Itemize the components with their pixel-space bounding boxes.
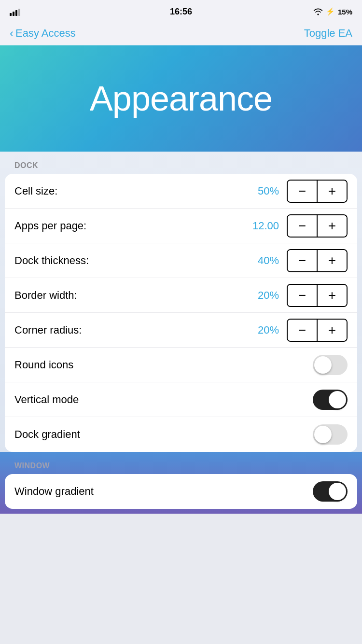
wifi-icon <box>313 8 323 15</box>
border-width-minus[interactable]: − <box>288 285 317 306</box>
round-icons-label: Round icons <box>14 359 313 371</box>
border-width-label: Border width: <box>14 289 258 302</box>
round-icons-toggle[interactable] <box>313 355 348 375</box>
toggle-knob <box>329 391 346 408</box>
apps-per-page-label: Apps per page: <box>14 220 252 232</box>
cell-size-stepper[interactable]: − + <box>287 180 348 203</box>
battery-level: 15% <box>338 8 352 16</box>
corner-radius-label: Corner radius: <box>14 324 258 336</box>
apps-per-page-value: 12.00 <box>252 220 279 232</box>
toggle-knob <box>314 426 332 443</box>
page-title: Appearance <box>90 79 272 118</box>
cell-size-plus[interactable]: + <box>318 181 347 202</box>
corner-radius-plus[interactable]: + <box>318 320 347 341</box>
corner-radius-minus[interactable]: − <box>288 320 317 341</box>
vertical-mode-toggle[interactable] <box>313 390 348 410</box>
border-width-plus[interactable]: + <box>318 285 347 306</box>
toggle-knob <box>314 356 332 374</box>
apps-per-page-plus[interactable]: + <box>318 215 347 237</box>
header-gradient: Appearance <box>0 45 362 152</box>
apps-per-page-stepper[interactable]: − + <box>287 214 348 238</box>
dock-thickness-minus[interactable]: − <box>288 250 317 271</box>
cell-size-row: Cell size: 50% − + <box>5 174 357 209</box>
corner-radius-stepper[interactable]: − + <box>287 319 348 342</box>
vertical-mode-label: Vertical mode <box>14 393 313 406</box>
border-width-stepper[interactable]: − + <box>287 284 348 307</box>
window-gradient-row: Window gradient <box>5 474 357 509</box>
cell-size-value: 50% <box>258 185 279 197</box>
status-time: 16:56 <box>170 7 192 17</box>
status-bar: 16:56 ⚡ 15% <box>0 0 362 21</box>
dock-section-label: DOCK <box>0 152 362 174</box>
apps-per-page-minus[interactable]: − <box>288 215 317 237</box>
dock-thickness-plus[interactable]: + <box>318 250 347 271</box>
vertical-mode-row: Vertical mode <box>5 382 357 417</box>
back-label: Easy Access <box>15 27 76 40</box>
dock-thickness-label: Dock thickness: <box>14 254 258 267</box>
dock-gradient-label: Dock gradient <box>14 428 313 441</box>
dock-thickness-value: 40% <box>258 254 279 267</box>
nav-bar: ‹ Easy Access Toggle EA <box>0 21 362 45</box>
window-settings-card: Window gradient <box>5 474 357 509</box>
toggle-knob <box>329 483 346 500</box>
back-chevron-icon: ‹ <box>10 27 14 40</box>
window-section-label: WINDOW <box>0 452 362 474</box>
window-gradient-toggle[interactable] <box>313 481 348 502</box>
border-width-value: 20% <box>258 289 279 302</box>
window-section-bg: WINDOW Window gradient <box>0 452 362 514</box>
status-right: ⚡ 15% <box>313 7 352 16</box>
dock-thickness-row: Dock thickness: 40% − + <box>5 243 357 278</box>
apps-per-page-row: Apps per page: 12.00 − + <box>5 209 357 243</box>
corner-radius-value: 20% <box>258 324 279 336</box>
back-button[interactable]: ‹ Easy Access <box>10 27 76 40</box>
toggle-ea-button[interactable]: Toggle EA <box>304 27 352 40</box>
corner-radius-row: Corner radius: 20% − + <box>5 313 357 348</box>
dock-thickness-stepper[interactable]: − + <box>287 249 348 272</box>
window-gradient-label: Window gradient <box>14 485 313 498</box>
dock-gradient-row: Dock gradient <box>5 417 357 452</box>
round-icons-row: Round icons <box>5 348 357 382</box>
battery-bolt: ⚡ <box>326 7 335 16</box>
cell-size-minus[interactable]: − <box>288 181 317 202</box>
signal-area <box>10 7 20 16</box>
dock-settings-card: Cell size: 50% − + Apps per page: 12.00 … <box>5 174 357 452</box>
dock-gradient-toggle[interactable] <box>313 424 348 445</box>
signal-icon <box>10 7 20 16</box>
border-width-row: Border width: 20% − + <box>5 278 357 313</box>
cell-size-label: Cell size: <box>14 185 258 197</box>
